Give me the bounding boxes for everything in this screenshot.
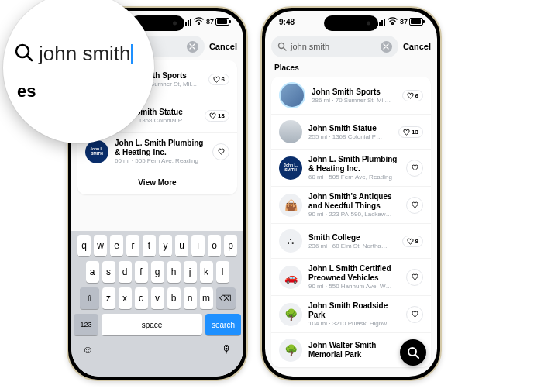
heart-count[interactable]: 13 xyxy=(398,126,423,138)
key-r[interactable]: r xyxy=(126,235,140,256)
place-title: John Smith Roadside Park xyxy=(308,301,400,320)
wifi-icon xyxy=(194,17,204,26)
key-123[interactable]: 123 xyxy=(74,314,98,335)
place-row[interactable]: John L. SMITHJohn L. Smith Plumbing & He… xyxy=(271,150,431,187)
heart-button[interactable] xyxy=(406,197,423,214)
clear-search-button[interactable] xyxy=(381,41,392,53)
search-icon xyxy=(14,43,34,66)
dynamic-island xyxy=(324,15,378,31)
place-subtitle: 255 mi · 1368 Colonial P… xyxy=(308,133,392,140)
place-row[interactable]: John Smith Statue255 mi · 1368 Colonial … xyxy=(271,115,431,150)
key-p[interactable]: p xyxy=(224,235,237,256)
battery-indicator: 87 xyxy=(400,18,423,26)
place-avatar: 👜 xyxy=(279,194,302,217)
place-avatar: 🚗 xyxy=(279,266,302,289)
place-title: John L Smith Certified Preowned Vehicles xyxy=(308,264,400,283)
place-subtitle: 90 mi · 550 Hannum Ave, W… xyxy=(308,283,400,290)
heart-count[interactable]: 13 xyxy=(205,110,229,122)
place-subtitle: 60 mi · 505 Fern Ave, Reading xyxy=(115,157,206,164)
key-backspace[interactable]: ⌫ xyxy=(216,287,236,309)
key-g[interactable]: g xyxy=(151,261,164,283)
place-row[interactable]: 🚗John L Smith Certified Preowned Vehicle… xyxy=(271,259,431,296)
magnifier-search-text: john smith xyxy=(39,42,131,66)
key-b[interactable]: b xyxy=(167,287,181,309)
place-avatar: 🌳 xyxy=(279,339,302,362)
place-subtitle: 286 mi · 70 Sumner St, Mil… xyxy=(312,97,396,104)
search-bar: john smith Cancel xyxy=(271,36,431,57)
cancel-button[interactable]: Cancel xyxy=(403,42,431,51)
place-title: John Smith Sports xyxy=(312,88,396,97)
key-e[interactable]: e xyxy=(110,235,123,256)
battery-indicator: 87 xyxy=(206,18,229,26)
place-row[interactable]: 🌳John Smith Roadside Park104 mi · 3210 P… xyxy=(271,296,431,333)
key-t[interactable]: t xyxy=(143,235,156,256)
key-l[interactable]: l xyxy=(216,261,229,283)
place-subtitle: 60 mi · 505 Fern Ave, Reading xyxy=(308,174,400,181)
cancel-button[interactable]: Cancel xyxy=(209,42,237,51)
key-m[interactable]: m xyxy=(200,287,213,309)
place-subtitle: 90 mi · 223 PA-590, Lackaw… xyxy=(308,211,400,218)
place-title: Smith College xyxy=(308,233,396,242)
place-title: John L. Smith Plumbing & Heating Inc. xyxy=(308,155,400,174)
key-f[interactable]: f xyxy=(135,261,148,283)
key-x[interactable]: x xyxy=(119,287,132,309)
key-k[interactable]: k xyxy=(200,261,213,283)
key-n[interactable]: n xyxy=(184,287,197,309)
search-fab[interactable] xyxy=(400,339,426,366)
key-q[interactable]: q xyxy=(78,235,91,256)
heart-count[interactable]: 8 xyxy=(402,236,423,247)
search-input[interactable]: john smith xyxy=(271,36,398,57)
status-time: 9:48 xyxy=(279,18,294,26)
phone-right: 9:48 87 john smith Cancel Places John Sm… xyxy=(260,6,442,381)
place-title: John Smith's Antiques and Needful Things xyxy=(308,192,400,211)
key-j[interactable]: j xyxy=(184,261,197,283)
key-c[interactable]: c xyxy=(135,287,148,309)
place-avatar: ⛬ xyxy=(279,229,302,253)
place-subtitle: 236 mi · 68 Elm St, Northa… xyxy=(308,242,396,249)
key-o[interactable]: o xyxy=(208,235,221,256)
place-row[interactable]: 👜John Smith's Antiques and Needful Thing… xyxy=(271,187,431,224)
key-v[interactable]: v xyxy=(151,287,164,309)
place-avatar: John L. SMITH xyxy=(279,156,302,180)
place-avatar xyxy=(279,120,302,143)
magnifier-section-fragment: es xyxy=(17,81,36,101)
places-card: John Smith Sports286 mi · 70 Sumner St, … xyxy=(271,77,431,367)
mic-key[interactable]: 🎙 xyxy=(222,343,232,356)
heart-button[interactable] xyxy=(406,306,423,323)
key-space[interactable]: space xyxy=(102,314,202,335)
section-title-places: Places xyxy=(265,60,437,77)
clear-search-button[interactable] xyxy=(187,41,198,53)
key-u[interactable]: u xyxy=(175,235,188,256)
key-d[interactable]: d xyxy=(119,261,132,283)
keyboard: qwertyuiop asdfghjkl ⇧zxcvbnm⌫ 123 space… xyxy=(71,231,243,377)
key-s[interactable]: s xyxy=(102,261,115,283)
place-avatar: 🌳 xyxy=(279,303,302,326)
key-y[interactable]: y xyxy=(159,235,172,256)
heart-count[interactable]: 6 xyxy=(402,90,423,101)
key-a[interactable]: a xyxy=(86,261,99,283)
heart-count[interactable]: 6 xyxy=(208,74,229,85)
place-title: John L. Smith Plumbing & Heating Inc. xyxy=(115,139,206,157)
search-text: john smith xyxy=(291,42,377,51)
key-z[interactable]: z xyxy=(102,287,115,309)
key-search[interactable]: search xyxy=(205,314,241,335)
place-row[interactable]: ⛬Smith College236 mi · 68 Elm St, Northa… xyxy=(271,224,431,259)
heart-button[interactable] xyxy=(406,160,423,177)
key-shift[interactable]: ⇧ xyxy=(80,287,99,309)
key-w[interactable]: w xyxy=(94,235,107,256)
svg-point-1 xyxy=(279,43,284,49)
place-subtitle: 104 mi · 3210 Pulaski Highw… xyxy=(308,320,400,327)
place-avatar: John L. SMITH xyxy=(85,140,108,163)
search-icon xyxy=(277,42,287,51)
place-row[interactable]: John Smith Sports286 mi · 70 Sumner St, … xyxy=(271,77,431,115)
place-title: John Walter Smith Memorial Park xyxy=(308,341,400,359)
view-more-button[interactable]: View More xyxy=(78,170,237,194)
heart-button[interactable] xyxy=(212,143,229,160)
heart-button[interactable] xyxy=(406,269,423,286)
wifi-icon xyxy=(388,17,398,26)
emoji-key[interactable]: ☺ xyxy=(82,343,93,356)
place-title: John Smith Statue xyxy=(308,124,392,133)
key-i[interactable]: i xyxy=(191,235,205,256)
key-h[interactable]: h xyxy=(167,261,181,283)
place-avatar xyxy=(279,82,305,108)
